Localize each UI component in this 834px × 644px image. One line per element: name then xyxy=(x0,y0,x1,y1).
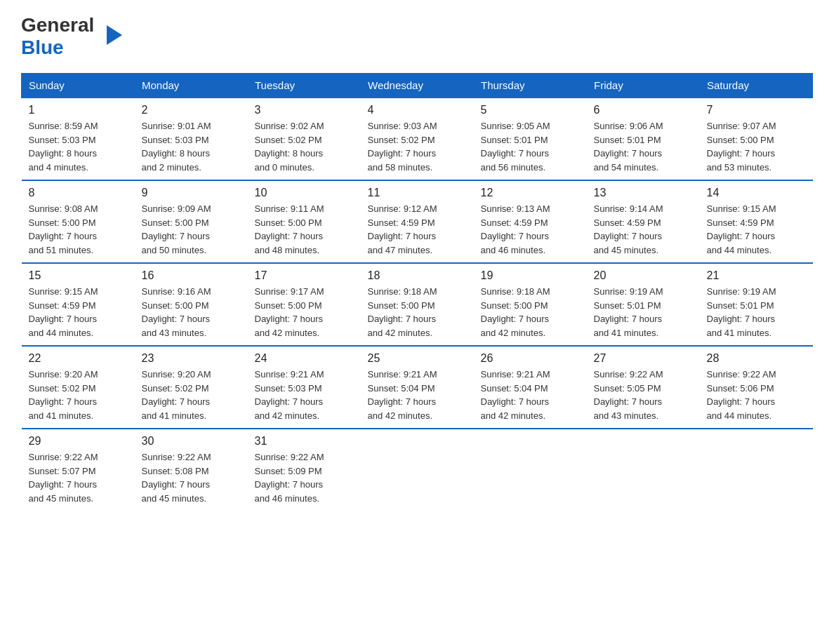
calendar-body: 1 Sunrise: 8:59 AMSunset: 5:03 PMDayligh… xyxy=(22,98,813,511)
weekday-saturday: Saturday xyxy=(700,74,813,98)
calendar-cell: 31 Sunrise: 9:22 AMSunset: 5:09 PMDaylig… xyxy=(248,429,361,511)
calendar-header: SundayMondayTuesdayWednesdayThursdayFrid… xyxy=(22,74,813,98)
day-number: 19 xyxy=(481,269,580,282)
calendar-cell xyxy=(361,429,474,511)
day-number: 10 xyxy=(255,187,354,199)
day-number: 9 xyxy=(142,187,241,199)
day-number: 11 xyxy=(368,187,467,199)
day-info: Sunrise: 9:01 AMSunset: 5:03 PMDaylight:… xyxy=(142,119,241,174)
day-number: 28 xyxy=(707,352,806,365)
calendar-cell: 27 Sunrise: 9:22 AMSunset: 5:05 PMDaylig… xyxy=(587,346,700,429)
day-number: 31 xyxy=(255,435,354,448)
day-number: 30 xyxy=(142,435,241,448)
day-number: 21 xyxy=(707,269,806,282)
weekday-header-row: SundayMondayTuesdayWednesdayThursdayFrid… xyxy=(22,74,813,98)
day-info: Sunrise: 9:17 AMSunset: 5:00 PMDaylight:… xyxy=(255,285,354,340)
day-number: 5 xyxy=(481,104,580,116)
day-info: Sunrise: 9:06 AMSunset: 5:01 PMDaylight:… xyxy=(594,119,693,174)
calendar-cell: 2 Sunrise: 9:01 AMSunset: 5:03 PMDayligh… xyxy=(135,98,248,180)
day-info: Sunrise: 9:13 AMSunset: 4:59 PMDaylight:… xyxy=(481,202,580,257)
calendar-cell: 28 Sunrise: 9:22 AMSunset: 5:06 PMDaylig… xyxy=(700,346,813,429)
day-info: Sunrise: 9:21 AMSunset: 5:03 PMDaylight:… xyxy=(255,368,354,422)
day-number: 4 xyxy=(368,104,467,116)
day-info: Sunrise: 9:11 AMSunset: 5:00 PMDaylight:… xyxy=(255,202,354,257)
day-info: Sunrise: 9:19 AMSunset: 5:01 PMDaylight:… xyxy=(707,285,806,340)
day-number: 26 xyxy=(481,352,580,365)
calendar-cell: 11 Sunrise: 9:12 AMSunset: 4:59 PMDaylig… xyxy=(361,180,474,263)
day-info: Sunrise: 9:21 AMSunset: 5:04 PMDaylight:… xyxy=(481,368,580,422)
calendar-table: SundayMondayTuesdayWednesdayThursdayFrid… xyxy=(21,73,813,511)
day-info: Sunrise: 9:12 AMSunset: 4:59 PMDaylight:… xyxy=(368,202,467,257)
calendar-cell: 12 Sunrise: 9:13 AMSunset: 4:59 PMDaylig… xyxy=(474,180,587,263)
day-info: Sunrise: 9:02 AMSunset: 5:02 PMDaylight:… xyxy=(255,119,354,174)
calendar-cell: 5 Sunrise: 9:05 AMSunset: 5:01 PMDayligh… xyxy=(474,98,587,180)
weekday-monday: Monday xyxy=(135,74,248,98)
day-number: 20 xyxy=(594,269,693,282)
calendar-cell: 14 Sunrise: 9:15 AMSunset: 4:59 PMDaylig… xyxy=(700,180,813,263)
calendar-cell: 8 Sunrise: 9:08 AMSunset: 5:00 PMDayligh… xyxy=(22,180,135,263)
calendar-cell: 18 Sunrise: 9:18 AMSunset: 5:00 PMDaylig… xyxy=(361,263,474,346)
day-number: 23 xyxy=(142,352,241,365)
weekday-thursday: Thursday xyxy=(474,74,587,98)
logo: General Blue xyxy=(21,14,107,59)
day-number: 3 xyxy=(255,104,354,116)
day-info: Sunrise: 9:22 AMSunset: 5:08 PMDaylight:… xyxy=(142,450,241,505)
day-info: Sunrise: 9:22 AMSunset: 5:06 PMDaylight:… xyxy=(707,368,806,422)
calendar-cell: 15 Sunrise: 9:15 AMSunset: 4:59 PMDaylig… xyxy=(22,263,135,346)
day-number: 6 xyxy=(594,104,693,116)
day-info: Sunrise: 9:05 AMSunset: 5:01 PMDaylight:… xyxy=(481,119,580,174)
weekday-wednesday: Wednesday xyxy=(361,74,474,98)
calendar-cell: 7 Sunrise: 9:07 AMSunset: 5:00 PMDayligh… xyxy=(700,98,813,180)
day-number: 24 xyxy=(255,352,354,365)
calendar-week-1: 1 Sunrise: 8:59 AMSunset: 5:03 PMDayligh… xyxy=(22,98,813,180)
calendar-cell: 10 Sunrise: 9:11 AMSunset: 5:00 PMDaylig… xyxy=(248,180,361,263)
calendar-cell xyxy=(587,429,700,511)
page-header: General Blue xyxy=(21,14,813,59)
calendar-week-5: 29 Sunrise: 9:22 AMSunset: 5:07 PMDaylig… xyxy=(22,429,813,511)
logo-general-text: General xyxy=(21,14,94,36)
day-info: Sunrise: 9:22 AMSunset: 5:05 PMDaylight:… xyxy=(594,368,693,422)
day-number: 2 xyxy=(142,104,241,116)
day-info: Sunrise: 8:59 AMSunset: 5:03 PMDaylight:… xyxy=(29,119,128,174)
day-info: Sunrise: 9:18 AMSunset: 5:00 PMDaylight:… xyxy=(481,285,580,340)
calendar-cell: 1 Sunrise: 8:59 AMSunset: 5:03 PMDayligh… xyxy=(22,98,135,180)
day-info: Sunrise: 9:09 AMSunset: 5:00 PMDaylight:… xyxy=(142,202,241,257)
day-number: 1 xyxy=(29,104,128,116)
calendar-cell: 22 Sunrise: 9:20 AMSunset: 5:02 PMDaylig… xyxy=(22,346,135,429)
logo-blue-text: Blue xyxy=(21,36,64,58)
day-number: 7 xyxy=(707,104,806,116)
calendar-cell: 23 Sunrise: 9:20 AMSunset: 5:02 PMDaylig… xyxy=(135,346,248,429)
weekday-sunday: Sunday xyxy=(22,74,135,98)
calendar-cell: 17 Sunrise: 9:17 AMSunset: 5:00 PMDaylig… xyxy=(248,263,361,346)
calendar-cell: 9 Sunrise: 9:09 AMSunset: 5:00 PMDayligh… xyxy=(135,180,248,263)
day-number: 18 xyxy=(368,269,467,282)
day-info: Sunrise: 9:22 AMSunset: 5:07 PMDaylight:… xyxy=(29,450,128,505)
calendar-cell: 19 Sunrise: 9:18 AMSunset: 5:00 PMDaylig… xyxy=(474,263,587,346)
day-info: Sunrise: 9:15 AMSunset: 4:59 PMDaylight:… xyxy=(29,285,128,340)
day-number: 29 xyxy=(29,435,128,448)
calendar-cell: 20 Sunrise: 9:19 AMSunset: 5:01 PMDaylig… xyxy=(587,263,700,346)
calendar-cell: 30 Sunrise: 9:22 AMSunset: 5:08 PMDaylig… xyxy=(135,429,248,511)
day-info: Sunrise: 9:16 AMSunset: 5:00 PMDaylight:… xyxy=(142,285,241,340)
svg-marker-0 xyxy=(107,25,122,45)
calendar-cell: 16 Sunrise: 9:16 AMSunset: 5:00 PMDaylig… xyxy=(135,263,248,346)
day-number: 14 xyxy=(707,187,806,199)
day-info: Sunrise: 9:20 AMSunset: 5:02 PMDaylight:… xyxy=(142,368,241,422)
day-info: Sunrise: 9:15 AMSunset: 4:59 PMDaylight:… xyxy=(707,202,806,257)
day-number: 25 xyxy=(368,352,467,365)
calendar-cell: 6 Sunrise: 9:06 AMSunset: 5:01 PMDayligh… xyxy=(587,98,700,180)
calendar-cell: 21 Sunrise: 9:19 AMSunset: 5:01 PMDaylig… xyxy=(700,263,813,346)
day-info: Sunrise: 9:08 AMSunset: 5:00 PMDaylight:… xyxy=(29,202,128,257)
weekday-tuesday: Tuesday xyxy=(248,74,361,98)
day-info: Sunrise: 9:03 AMSunset: 5:02 PMDaylight:… xyxy=(368,119,467,174)
day-number: 17 xyxy=(255,269,354,282)
day-info: Sunrise: 9:19 AMSunset: 5:01 PMDaylight:… xyxy=(594,285,693,340)
day-number: 13 xyxy=(594,187,693,199)
day-info: Sunrise: 9:20 AMSunset: 5:02 PMDaylight:… xyxy=(29,368,128,422)
calendar-week-4: 22 Sunrise: 9:20 AMSunset: 5:02 PMDaylig… xyxy=(22,346,813,429)
calendar-week-2: 8 Sunrise: 9:08 AMSunset: 5:00 PMDayligh… xyxy=(22,180,813,263)
calendar-cell: 24 Sunrise: 9:21 AMSunset: 5:03 PMDaylig… xyxy=(248,346,361,429)
calendar-cell: 29 Sunrise: 9:22 AMSunset: 5:07 PMDaylig… xyxy=(22,429,135,511)
day-info: Sunrise: 9:07 AMSunset: 5:00 PMDaylight:… xyxy=(707,119,806,174)
calendar-cell: 3 Sunrise: 9:02 AMSunset: 5:02 PMDayligh… xyxy=(248,98,361,180)
